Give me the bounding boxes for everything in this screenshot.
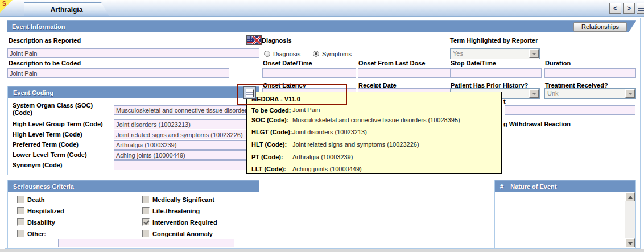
hospitalized-checkbox[interactable] (17, 207, 24, 214)
other-seriousness-field[interactable] (58, 239, 234, 247)
hlt-code-label: HLT (Code): (251, 141, 287, 148)
life-threatening-checkbox[interactable] (142, 207, 150, 214)
medically-significant-label: Medically Significant (152, 196, 214, 203)
hlt-field[interactable] (114, 130, 258, 139)
soc-code-label: SOC (Code): (251, 117, 288, 123)
soc-code-value: Musculoskeletal and connective tissue di… (292, 117, 460, 123)
other-checkbox[interactable] (17, 230, 24, 237)
treatment-received-dropdown[interactable]: Unk (544, 88, 636, 99)
disability-label: Disability (27, 219, 55, 226)
term-highlighted-dropdown[interactable]: Yes (450, 48, 540, 59)
intervention-required-label: Intervention Required (152, 219, 217, 226)
window-bottom-edge (0, 249, 644, 252)
nature-of-event-list[interactable] (496, 192, 635, 247)
synonym-field[interactable] (114, 160, 258, 170)
seriousness-criteria-panel: Seriousness Criteria Death Hospitalized … (7, 180, 259, 249)
tab-bar: S Arthralgia < > (0, 0, 644, 17)
congenital-anomaly-checkbox[interactable] (142, 230, 150, 237)
dropdown-arrow-icon[interactable] (529, 49, 539, 58)
events-screen: S Arthralgia < > Event Information Relat… (0, 0, 644, 252)
soc-field[interactable] (114, 105, 258, 115)
meddra-tooltip: MEDDRA - V11.0 To be Coded: Joint Pain S… (246, 92, 502, 174)
soc-label: System Organ Class (SOC) (Code) (13, 102, 110, 117)
term-highlighted-value: Yes (453, 50, 463, 57)
llt-code-label: LLT (Code): (251, 166, 286, 172)
hlgt-code-label: HLGT (Code): (251, 129, 292, 135)
pt-code-label: PT (Code): (251, 154, 283, 160)
description-to-be-coded-field[interactable] (7, 68, 229, 78)
symptoms-radio-label: Symptoms (322, 51, 352, 57)
lower-level-term-label: Lower Level Term (Code) (13, 151, 87, 158)
english-language-flag-icon (246, 35, 262, 45)
hlt-label: High Level Term (Code) (13, 131, 82, 138)
vertical-scrollbar[interactable] (625, 192, 635, 247)
relationships-button[interactable]: Relationships (573, 22, 627, 32)
nature-of-event-header: # Nature of Event (495, 180, 635, 192)
nature-of-event-title: Nature of Event (510, 183, 556, 190)
hlgt-code-value: Joint disorders (10023213) (292, 129, 367, 135)
previous-tab-button[interactable]: < (609, 3, 621, 14)
synonym-label: Synonym (Code) (13, 162, 62, 168)
nature-of-event-panel: # Nature of Event (494, 180, 636, 249)
dropdown-arrow-icon[interactable] (625, 89, 635, 98)
event-coding-header: Event Coding (8, 86, 259, 98)
preferred-term-field[interactable] (114, 140, 258, 150)
diagnosis-group-label: Diagnosis (262, 37, 292, 44)
hlgt-label: High Level Group Term (Code) (13, 121, 103, 127)
header-notch (628, 21, 636, 33)
death-checkbox[interactable] (17, 196, 24, 203)
stop-datetime-field[interactable] (450, 68, 542, 78)
duration-field[interactable] (544, 68, 636, 78)
death-label: Death (27, 196, 45, 203)
dropdown-arrow-icon[interactable] (529, 89, 539, 98)
description-as-reported-label: Description as Reported (9, 37, 81, 44)
description-to-be-coded-label: Description to be Coded (9, 60, 81, 67)
tooltip-divider (247, 106, 501, 106)
symptoms-radio[interactable] (313, 51, 319, 57)
congenital-anomaly-label: Congenital Anomaly (152, 230, 213, 237)
partial-label-drug-withdrawal: g Withdrawal Reaction (503, 121, 571, 127)
tab-list-icon[interactable] (637, 3, 644, 14)
life-threatening-label: Life-threatening (152, 208, 200, 214)
onset-from-last-dose-label: Onset From Last Dose (358, 60, 425, 67)
medically-significant-checkbox[interactable] (142, 196, 150, 203)
onset-datetime-label: Onset Date/Time (263, 60, 312, 67)
description-as-reported-field[interactable] (7, 48, 259, 58)
event-coding-panel: Event Coding System Organ Class (SOC) (C… (7, 86, 259, 175)
intervention-required-checkbox[interactable] (142, 218, 150, 226)
onset-datetime-field[interactable] (262, 68, 356, 78)
preferred-term-label: Preferred Term (Code) (13, 141, 79, 148)
scroll-down-icon[interactable] (625, 238, 635, 247)
partial-label-top: t (503, 98, 506, 105)
to-be-coded-value: Joint Pain (292, 106, 320, 113)
tab-arthralgia[interactable]: Arthralgia (24, 2, 109, 16)
diagnosis-radio-label: Diagnosis (273, 51, 300, 57)
pt-code-value: Arthralgia (10003239) (292, 154, 353, 160)
nature-hash-label: # (500, 183, 503, 190)
term-highlighted-label: Term Highlighted by Reporter (450, 37, 538, 44)
meddra-dictionary-icon (246, 89, 254, 97)
meddra-tooltip-title: MEDDRA - V11.0 (251, 96, 300, 102)
stop-datetime-label: Stop Date/Time (451, 60, 496, 67)
folded-corner-icon: S (0, 0, 13, 13)
next-tab-button[interactable]: > (623, 3, 635, 14)
lower-level-term-field[interactable] (114, 150, 258, 160)
diagnosis-radio[interactable] (264, 51, 270, 57)
hospitalized-label: Hospitalized (27, 208, 64, 214)
event-information-header: Event Information Relationships (7, 20, 636, 32)
scroll-up-icon[interactable] (625, 192, 635, 201)
panel-inner-border (641, 52, 641, 252)
disability-checkbox[interactable] (17, 218, 24, 226)
hlgt-field[interactable] (114, 119, 258, 129)
event-information-title: Event Information (12, 23, 65, 30)
duration-label: Duration (545, 60, 571, 67)
hlt-code-value: Joint related signs and symptoms (100232… (292, 141, 419, 148)
other-label: Other: (27, 230, 46, 237)
partial-field[interactable] (505, 105, 635, 115)
treatment-received-value: Unk (547, 90, 559, 97)
onset-from-last-dose-field[interactable] (358, 68, 459, 78)
llt-code-value: Aching joints (10000449) (292, 166, 362, 172)
to-be-coded-label: To be Coded: (251, 107, 291, 114)
meddra-encode-button[interactable] (243, 86, 256, 99)
seriousness-criteria-header: Seriousness Criteria (8, 180, 259, 192)
